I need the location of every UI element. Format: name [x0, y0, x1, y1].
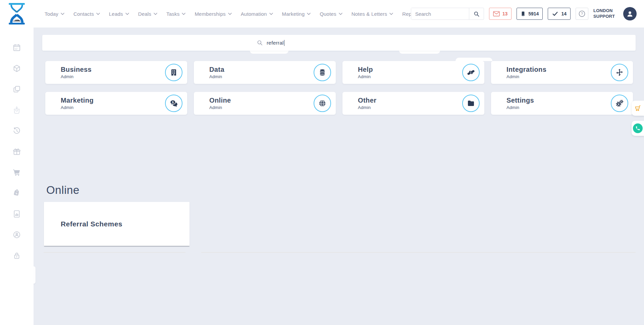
card-marketing-admin[interactable]: Marketing Admin $: [45, 92, 187, 115]
nav-tasks[interactable]: Tasks: [166, 11, 185, 17]
header-search-button[interactable]: [469, 8, 484, 19]
help-button[interactable]: ?: [576, 8, 588, 20]
card-business-admin[interactable]: Business Admin: [45, 61, 187, 84]
mobile-phone-icon: [521, 10, 526, 17]
cart-icon: [634, 104, 642, 112]
card-online-admin[interactable]: Online Admin: [194, 92, 336, 115]
chevron-down-icon: [228, 13, 232, 15]
clone-icon: [12, 85, 21, 94]
nav-marketing-label: Marketing: [282, 11, 305, 17]
card-title: Integrations: [506, 66, 546, 73]
nav-marketing[interactable]: Marketing: [282, 11, 311, 17]
checkmark-icon: [552, 11, 558, 17]
phone-badge[interactable]: 5914: [517, 8, 543, 20]
sidebar-item-pricing[interactable]: $: [12, 189, 21, 198]
tasks-count: 14: [561, 11, 567, 16]
card-data-admin[interactable]: Data Admin: [194, 61, 336, 84]
card-other-admin[interactable]: Other Admin: [342, 92, 484, 115]
nav-today-label: Today: [45, 11, 58, 17]
cart-icon: [12, 168, 21, 177]
chevron-down-icon: [61, 13, 64, 15]
card-subtitle: Admin: [61, 74, 92, 79]
card-subtitle: Admin: [61, 105, 94, 110]
card-text: Other Admin: [358, 97, 376, 110]
section-divider: [201, 252, 636, 253]
dropdown-shadow: [399, 51, 440, 54]
sidebar: 12: [0, 28, 34, 325]
admin-search-query: referral: [267, 35, 284, 51]
envelope-icon: [493, 11, 500, 16]
card-help-admin[interactable]: Help Admin: [342, 61, 484, 84]
sidebar-item-history[interactable]: [12, 126, 21, 135]
sidebar-item-rewards[interactable]: [12, 147, 21, 156]
gift-icon: [12, 147, 21, 156]
section-divider: [44, 252, 185, 253]
nav-memberships[interactable]: Memberships: [195, 11, 231, 17]
card-text: Marketing Admin: [61, 97, 94, 110]
card-integrations-admin[interactable]: Integrations Admin: [491, 61, 633, 84]
phone-count: 5914: [528, 11, 539, 16]
nav-tasks-label: Tasks: [166, 11, 179, 17]
sidebar-item-pos[interactable]: [12, 168, 21, 177]
text-cursor: [284, 40, 285, 46]
chevron-down-icon: [96, 13, 100, 15]
question-glyph: ?: [581, 12, 583, 16]
database-icon: [314, 64, 331, 81]
nav-contacts[interactable]: Contacts: [73, 11, 100, 17]
header-actions: 13 5914 14 ? LONDON SUPPORT: [411, 0, 637, 28]
section-title: Online: [46, 184, 79, 197]
card-settings-admin[interactable]: Settings Admin: [491, 92, 633, 115]
nav-quotes[interactable]: Quotes: [320, 11, 342, 17]
nav-deals[interactable]: Deals: [138, 11, 157, 17]
nav-today[interactable]: Today: [45, 11, 64, 17]
lock-icon: [12, 251, 21, 260]
user-name: LONDON SUPPORT: [593, 8, 618, 19]
messages-badge[interactable]: 13: [489, 8, 512, 20]
building-icon: [165, 64, 182, 81]
card-title: Online: [209, 97, 231, 104]
nav-memberships-label: Memberships: [195, 11, 225, 17]
scroll-handle[interactable]: [34, 266, 36, 284]
chevron-down-icon: [339, 13, 342, 15]
card-title: Settings: [506, 97, 534, 104]
nav-contacts-label: Contacts: [73, 11, 94, 17]
sidebar-item-user-sync[interactable]: [12, 230, 21, 239]
card-text: Business Admin: [61, 66, 92, 79]
dropdown-shadow: [455, 58, 492, 61]
avatar[interactable]: [623, 7, 637, 20]
nav-notes-letters[interactable]: Notes & Letters: [352, 11, 393, 17]
card-subtitle: Admin: [506, 105, 534, 110]
calendar-day-label: 12: [14, 47, 18, 50]
nav-quotes-label: Quotes: [320, 11, 336, 17]
dropdown-shadow: [250, 51, 288, 54]
hourglass-logo[interactable]: [8, 3, 25, 24]
header-search: [411, 8, 484, 20]
header-search-input[interactable]: [411, 8, 469, 19]
card-title: Help: [358, 66, 373, 73]
chevron-down-icon: [125, 13, 129, 15]
cart-float-button[interactable]: [632, 101, 644, 116]
search-icon: [473, 11, 480, 17]
nav-leads[interactable]: Leads: [109, 11, 129, 17]
messages-count: 13: [502, 11, 508, 16]
card-subtitle: Admin: [358, 74, 373, 79]
sidebar-item-orders[interactable]: [12, 106, 21, 114]
nav-automation[interactable]: Automation: [241, 11, 273, 17]
tasks-badge[interactable]: 14: [548, 8, 571, 20]
sidebar-item-duplicates[interactable]: [12, 85, 21, 94]
sidebar-item-security[interactable]: [12, 251, 21, 260]
cube-icon: [12, 64, 21, 73]
search-icon: [257, 40, 263, 46]
phone-float-button[interactable]: [632, 121, 644, 136]
card-title: Other: [358, 97, 376, 104]
result-referral-schemes[interactable]: Referral Schemes: [44, 202, 190, 247]
card-text: Online Admin: [209, 97, 231, 110]
admin-search-bar[interactable]: referral: [42, 35, 636, 51]
main-content: referral Business Admin: [34, 28, 644, 325]
admin-cards-grid: Business Admin Data Admin: [45, 61, 633, 115]
sidebar-item-products[interactable]: [12, 64, 21, 73]
gears-icon: [611, 95, 628, 112]
handshake-icon: [462, 64, 480, 81]
sidebar-item-reports[interactable]: [12, 210, 21, 218]
sidebar-item-calendar[interactable]: 12: [12, 43, 21, 52]
